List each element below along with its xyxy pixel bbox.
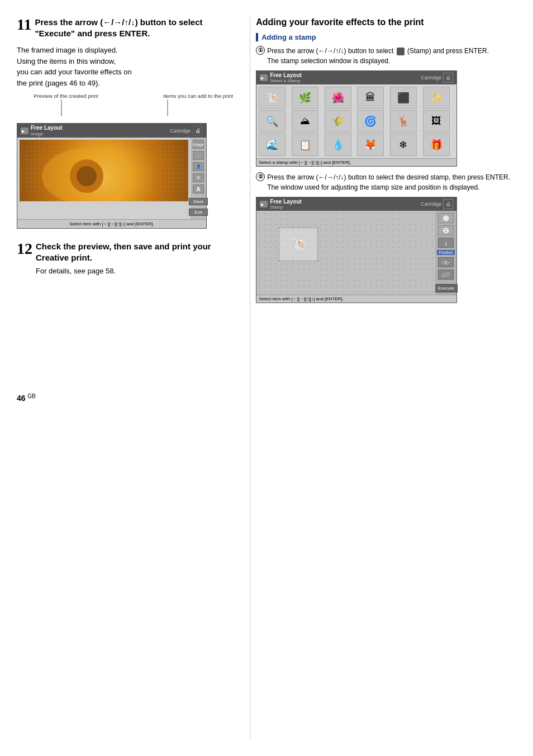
- pos-cartridge-label: Cartridge: [421, 201, 441, 207]
- right-step1-row: ① Press the arrow (←/→/↑/↓) button to se…: [256, 46, 516, 66]
- save-btn[interactable]: Save: [189, 198, 208, 205]
- circled-2: ②: [256, 172, 265, 181]
- stamp-cell-1[interactable]: 🐚: [259, 87, 285, 109]
- callout-lines: [17, 100, 207, 122]
- cartridge-label: Cartridge: [170, 128, 191, 134]
- image-btn[interactable]: Image: [193, 140, 204, 149]
- pos-window-body: 🐚 ⊕ ⊖ ↓ Position ◁▷ △▽: [256, 211, 456, 295]
- svg-point-6: [77, 166, 97, 186]
- flip-h-btn[interactable]: ◁▷: [438, 257, 454, 267]
- window-footer: Select item with [←][→][↑][↓] and [ENTER…: [17, 219, 206, 228]
- window-titlebar: ▶ Free Layout Image Cartridge 🖨: [17, 124, 206, 138]
- stamp-cell-17[interactable]: ❄: [390, 134, 417, 156]
- right-step2-text-part1: Press the arrow (←/→/↑/↓) button to sele…: [267, 172, 510, 182]
- stamp-cell-8[interactable]: ⛰: [292, 110, 318, 133]
- stamp-win-subtitle: Select a Stamp: [270, 78, 302, 83]
- stamp-cell-9[interactable]: 🌾: [325, 110, 351, 133]
- step-11-block: 11 Press the arrow (←/→/↑/↓) button to s…: [17, 17, 239, 229]
- sunflower-svg: [20, 140, 188, 201]
- window-body: Image ··· 👤 ⊞ A Save Exit: [17, 138, 206, 219]
- stamp-select-window: ▶ Free Layout Select a Stamp Cartridge 🖨…: [256, 70, 457, 167]
- pos-main-area: 🐚: [256, 211, 435, 295]
- pos-window-footer: Select item with [←][→][↑][↓] and [ENTER…: [256, 295, 456, 303]
- stamp-window-logo: ▶: [260, 74, 268, 81]
- step11-window: ▶ Free Layout Image Cartridge 🖨: [17, 123, 207, 229]
- cartridge-icon: 🖨: [193, 126, 203, 136]
- stamp-grid: 🐚 🌿 🌺 🏛 ⬛ ✨ 🔍 ⛰ 🌾 🌀 🦌 🖼 🌊 📋 💧 🦊 ❄: [256, 84, 456, 158]
- exit-btn[interactable]: Exit: [189, 209, 208, 216]
- stamp-cell-18[interactable]: 🎁: [423, 134, 450, 156]
- execute-btn[interactable]: Execute: [435, 284, 458, 292]
- step-12-block: 12 Check the preview, then save and prin…: [17, 241, 239, 281]
- window-sidebar: Image ··· 👤 ⊞ A Save Exit: [191, 138, 206, 219]
- stamp-cell-2[interactable]: 🌿: [292, 87, 318, 109]
- right-step2-row: ② Press the arrow (←/→/↑/↓) button to se…: [256, 172, 516, 192]
- pos-win-subtitle: Stamp: [270, 205, 302, 210]
- annot-items: Items you can add to the print: [163, 93, 233, 99]
- stamp-cell-7[interactable]: 🔍: [259, 110, 285, 133]
- position-label: Position: [437, 250, 455, 255]
- step-12-body: For details, see page 58.: [36, 266, 239, 277]
- stamp-cell-13[interactable]: 🌊: [259, 134, 285, 156]
- subsection-title: Adding a stamp: [256, 33, 516, 41]
- step-11-body: The framed image is displayed. Using the…: [17, 45, 239, 88]
- person-btn[interactable]: 👤: [193, 162, 204, 171]
- stamp-win-title: Free Layout: [270, 72, 302, 78]
- stamp-cell-12[interactable]: 🖼: [423, 110, 450, 133]
- zoom-out-btn[interactable]: ⊖: [438, 225, 454, 235]
- stamp-cell-10[interactable]: 🌀: [357, 110, 384, 133]
- right-step2-text-part2: The window used for adjusting the stamp …: [267, 182, 510, 192]
- stamp-cell-11[interactable]: 🦌: [390, 110, 417, 133]
- right-column: Adding your favorite effects to the prin…: [250, 17, 516, 739]
- text-btn[interactable]: A: [193, 185, 204, 193]
- step-12-title: Check the preview, then save and print y…: [36, 241, 239, 263]
- page-gb: GB: [27, 393, 35, 399]
- preview-image: [20, 140, 188, 201]
- pos-cartridge-icon: 🖨: [443, 199, 453, 209]
- stamp-window-titlebar: ▶ Free Layout Select a Stamp Cartridge 🖨: [256, 71, 456, 84]
- left-column: 11 Press the arrow (←/→/↑/↓) button to s…: [17, 17, 250, 739]
- annot-preview: Preview of the created print: [34, 93, 98, 99]
- stamp-window-footer: Select a stamp with [←][→][↑][↓] and [EN…: [256, 158, 456, 166]
- stamp-cell-15[interactable]: 💧: [325, 134, 351, 156]
- right-step2-text: Press the arrow (←/→/↑/↓) button to sele…: [267, 172, 510, 192]
- stamp-icon-inline: [397, 48, 404, 55]
- stamp-pos-window: ▶ Free Layout Stamp Cartridge 🖨: [256, 197, 457, 303]
- page-number-area: 46 GB: [17, 393, 239, 403]
- step-12-number: 12: [17, 241, 32, 257]
- pos-win-title: Free Layout: [270, 199, 302, 205]
- stamp-cell-16[interactable]: 🦊: [357, 134, 384, 156]
- right-step1-text-part2: (Stamp) and press ENTER.: [407, 47, 489, 55]
- stamp-cartridge-icon: 🖨: [443, 73, 453, 83]
- page-number: 46: [17, 394, 26, 403]
- pos-window-titlebar: ▶ Free Layout Stamp Cartridge 🖨: [256, 197, 456, 211]
- flip-v-btn[interactable]: △▽: [438, 270, 454, 280]
- stamp-cell-5[interactable]: ⬛: [390, 87, 417, 109]
- circled-1: ①: [256, 46, 265, 55]
- stamp-cell-6[interactable]: ✨: [423, 87, 450, 109]
- step-11-number: 11: [17, 17, 31, 32]
- pos-sidebar: ⊕ ⊖ ↓ Position ◁▷ △▽ Execute: [435, 211, 456, 295]
- stamp-cell-14[interactable]: 📋: [292, 134, 318, 156]
- section-title: Adding your favorite effects to the prin…: [256, 17, 516, 29]
- stamp-cell-3[interactable]: 🌺: [325, 87, 351, 109]
- zoom-in-btn[interactable]: ⊕: [438, 213, 454, 223]
- window-logo-icon: ▶: [21, 127, 28, 134]
- stamp-cartridge-label: Cartridge: [421, 75, 441, 81]
- right-step1-text-part3: The stamp selection window is displayed.: [267, 56, 489, 66]
- grid-btn[interactable]: ⊞: [193, 173, 204, 182]
- right-step1-text-part1: Press the arrow (←/→/↑/↓) button to sele…: [267, 47, 395, 55]
- window-main: [17, 138, 191, 219]
- pos-window-logo: ▶: [260, 201, 268, 207]
- dots-btn[interactable]: ···: [193, 151, 204, 160]
- stamp-cell-4[interactable]: 🏛: [357, 87, 384, 109]
- stamp-preview: 🐚: [279, 228, 318, 261]
- step-11-title: Press the arrow (←/→/↑/↓) button to sele…: [35, 17, 239, 39]
- move-btn[interactable]: ↓: [438, 238, 454, 248]
- right-step1-text: Press the arrow (←/→/↑/↓) button to sele…: [267, 46, 489, 66]
